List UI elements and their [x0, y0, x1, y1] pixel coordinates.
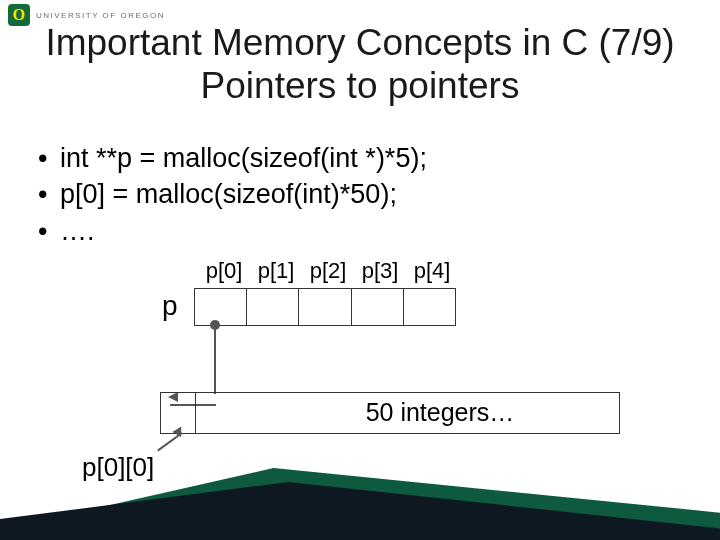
array5-labels: p[0] p[1] p[2] p[3] p[4]: [200, 258, 456, 284]
title-line-1: Important Memory Concepts in C (7/9): [0, 22, 720, 65]
cell-label-0: p[0]: [200, 258, 248, 284]
cell-4: [404, 289, 455, 325]
cell-label-4: p[4]: [408, 258, 456, 284]
arrow-p00: [152, 432, 182, 454]
logo-text: UNIVERSITY OF OREGON: [36, 11, 165, 20]
bullet-2: p[0] = malloc(sizeof(int)*50);: [38, 176, 427, 212]
title-line-2: Pointers to pointers: [0, 65, 720, 108]
pointer-p-label: p: [162, 290, 178, 322]
cell-3: [352, 289, 404, 325]
bullet-3: ….: [38, 213, 427, 249]
cell-label-1: p[1]: [252, 258, 300, 284]
array50-first-divider: [195, 393, 196, 433]
cell-0: [195, 289, 247, 325]
cell-1: [247, 289, 299, 325]
arrow-p0-to-array: [214, 322, 216, 394]
slide-title: Important Memory Concepts in C (7/9) Poi…: [0, 22, 720, 107]
p00-label: p[0][0]: [82, 452, 154, 483]
cell-label-2: p[2]: [304, 258, 352, 284]
cell-label-3: p[3]: [356, 258, 404, 284]
array50-label: 50 integers…: [310, 398, 570, 427]
bullet-1: int **p = malloc(sizeof(int *)*5);: [38, 140, 427, 176]
array-5-cells: [194, 288, 456, 326]
cell-2: [299, 289, 351, 325]
bullet-list: int **p = malloc(sizeof(int *)*5); p[0] …: [38, 140, 427, 249]
